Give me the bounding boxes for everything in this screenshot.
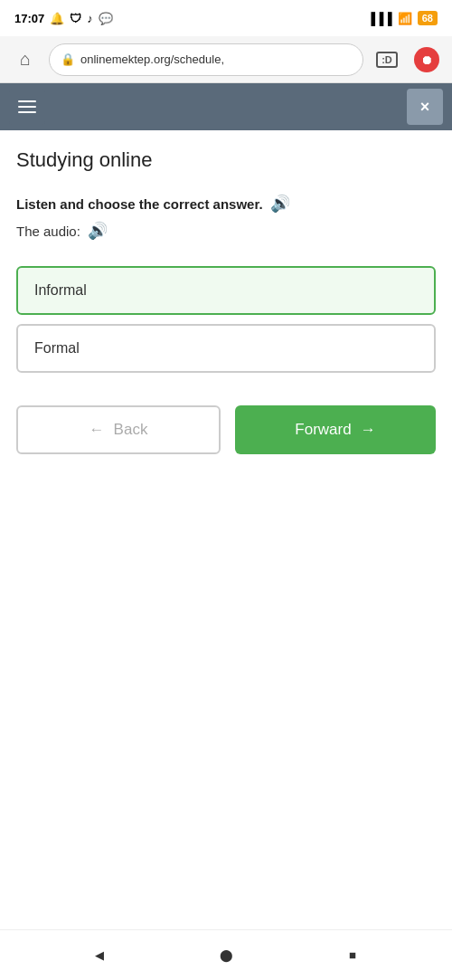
url-bar[interactable]: 🔒 onlinemektep.org/schedule, <box>49 43 363 76</box>
audio-track-icon[interactable]: 🔊 <box>88 221 108 241</box>
battery-indicator: 68 <box>418 11 438 25</box>
forward-arrow-icon: → <box>361 421 376 439</box>
audio-row: The audio: 🔊 <box>16 221 436 241</box>
option-formal-label: Formal <box>34 340 80 356</box>
nav-buttons: ← Back Forward → <box>16 405 436 454</box>
audio-play-icon[interactable]: 🔊 <box>270 194 290 214</box>
option-informal-label: Informal <box>34 282 87 298</box>
recent-nav-button[interactable]: ■ <box>336 939 369 972</box>
hamburger-icon <box>18 100 36 113</box>
page-title: Studying online <box>16 148 436 172</box>
back-label: Back <box>114 421 148 439</box>
whatsapp-icon: 💬 <box>99 12 113 25</box>
option-informal[interactable]: Informal <box>16 266 436 315</box>
tiktok-icon: ♪ <box>87 12 93 25</box>
app-header: × <box>0 83 452 130</box>
record-icon: ⏺ <box>414 47 439 72</box>
wifi-icon: 📶 <box>398 12 412 25</box>
home-nav-icon: ⬤ <box>220 948 233 962</box>
url-text: onlinemektep.org/schedule, <box>80 52 224 66</box>
forward-button[interactable]: Forward → <box>235 405 436 454</box>
lock-icon: 🔒 <box>61 52 75 66</box>
close-icon: × <box>420 98 430 117</box>
status-right: ▐▐▐ 📶 68 <box>367 11 438 25</box>
notification-icon: 🔔 <box>50 12 64 25</box>
instruction-row: Listen and choose the correct answer. 🔊 <box>16 194 436 214</box>
back-nav-button[interactable]: ◀ <box>83 939 116 972</box>
menu-button[interactable] <box>9 89 45 125</box>
audio-label: The audio: <box>16 224 80 239</box>
back-arrow-icon: ← <box>89 421 105 439</box>
back-button[interactable]: ← Back <box>16 405 221 454</box>
tab-icon: :D <box>376 52 398 68</box>
signal-icon: ▐▐▐ <box>367 12 392 25</box>
forward-label: Forward <box>295 421 351 439</box>
status-left: 17:07 🔔 🛡 ♪ 💬 <box>14 12 113 25</box>
recent-nav-icon: ■ <box>349 948 356 962</box>
back-nav-icon: ◀ <box>95 948 104 962</box>
home-nav-button[interactable]: ⬤ <box>210 939 242 972</box>
record-button[interactable]: ⏺ <box>410 43 443 76</box>
instruction-text: Listen and choose the correct answer. <box>16 196 263 212</box>
browser-bar: ⌂ 🔒 onlinemektep.org/schedule, :D ⏺ <box>0 36 452 83</box>
status-time: 17:07 <box>14 12 44 25</box>
close-button[interactable]: × <box>407 89 443 125</box>
option-formal[interactable]: Formal <box>16 324 436 373</box>
tab-button[interactable]: :D <box>371 43 403 76</box>
status-bar: 17:07 🔔 🛡 ♪ 💬 ▐▐▐ 📶 68 <box>0 0 452 36</box>
options-container: Informal Formal <box>16 266 436 373</box>
main-content: Studying online Listen and choose the co… <box>0 130 452 929</box>
shield-icon: 🛡 <box>70 12 81 25</box>
bottom-nav: ◀ ⬤ ■ <box>0 929 452 980</box>
home-button[interactable]: ⌂ <box>9 43 42 76</box>
